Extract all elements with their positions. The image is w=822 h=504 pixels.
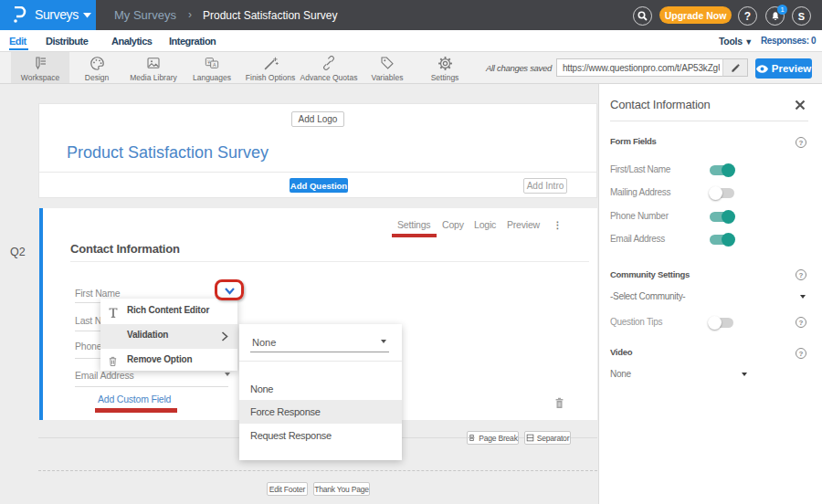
svg-text:A: A xyxy=(213,62,216,68)
svg-text:¥: ¥ xyxy=(207,59,210,65)
